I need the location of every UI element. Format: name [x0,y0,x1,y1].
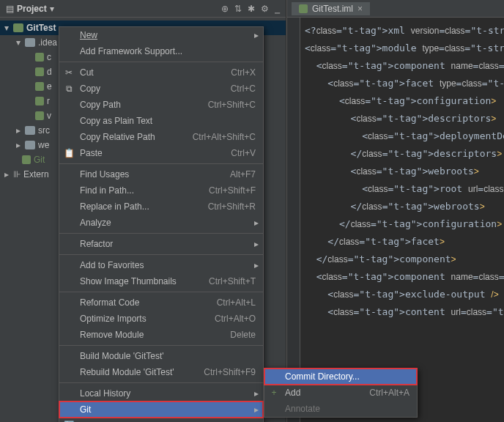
menu-add-framework[interactable]: Add Framework Support... [59,43,263,59]
menu-find-usages[interactable]: Find UsagesAlt+F7 [59,166,263,182]
paste-icon: 📋 [64,148,74,158]
chevron-right-icon: ▸ [254,30,259,40]
copy-icon: ⧉ [64,84,74,94]
menu-separator [59,163,263,164]
submenu-add[interactable]: +AddCtrl+Alt+A [264,385,417,401]
menu-separator [59,254,263,255]
menu-synchronize[interactable]: 🔄Synchronize 'GitTest' [59,418,263,422]
menu-copy-path[interactable]: Copy PathCtrl+Shift+C [59,97,263,113]
xml-icon [35,97,44,106]
menu-copy-relative[interactable]: Copy Relative PathCtrl+Alt+Shift+C [59,129,263,145]
minimize-icon[interactable]: ⎯ [275,4,280,14]
menu-add-favorites[interactable]: Add to Favorites▸ [59,257,263,273]
project-title: Project [17,4,47,14]
header-icons: ⊕ ⇅ ✱ ⚙ ⎯ [221,4,280,14]
editor-panel: GitTest.iml × <?class="t-tag">xml versio… [286,0,504,422]
code-area[interactable]: <?class="t-tag">xml version=class="t-str… [287,18,504,325]
chevron-right-icon: ▸ [254,218,259,228]
xml-icon [299,4,308,13]
menu-reformat[interactable]: Reformat CodeCtrl+Alt+L [59,295,263,311]
menu-find-in-path[interactable]: Find in Path...Ctrl+Shift+F [59,182,263,199]
menu-show-thumbnails[interactable]: Show Image ThumbnailsCtrl+Shift+T [59,273,263,289]
submenu-annotate: Annotate [264,401,417,417]
menu-copy[interactable]: ⧉CopyCtrl+C [59,81,263,97]
menu-rebuild-module[interactable]: Rebuild Module 'GitTest'Ctrl+Shift+F9 [59,364,263,380]
menu-git[interactable]: Git▸ [59,401,263,418]
folder-icon [25,141,35,149]
menu-separator [59,382,263,383]
menu-paste[interactable]: 📋PasteCtrl+V [59,145,263,161]
menu-analyze[interactable]: Analyze▸ [59,215,263,231]
editor-tabbar: GitTest.iml × [287,0,504,18]
menu-separator [59,233,263,234]
xml-icon [22,155,31,164]
close-tab-icon[interactable]: × [357,4,363,14]
menu-separator [59,345,263,346]
menu-replace-in-path[interactable]: Replace in Path...Ctrl+Shift+R [59,199,263,215]
xml-icon [35,67,44,76]
xml-icon [35,82,44,91]
sort-icon[interactable]: ⇅ [234,4,242,14]
chevron-right-icon: ▸ [254,404,259,415]
xml-icon [35,111,44,120]
folder-icon [25,126,35,135]
library-icon: ⊪ [13,169,21,179]
menu-copy-plain[interactable]: Copy as Plain Text [59,113,263,129]
gear-icon[interactable]: ⚙ [261,4,269,14]
star-icon[interactable]: ✱ [248,4,255,14]
menu-build-module[interactable]: Build Module 'GitTest' [59,348,263,364]
menu-cut[interactable]: ✂CutCtrl+X [59,64,263,81]
editor-gutter[interactable] [287,18,300,422]
menu-local-history[interactable]: Local History▸ [59,385,263,401]
target-icon[interactable]: ⊕ [221,4,229,14]
editor-tab[interactable]: GitTest.iml × [292,2,370,15]
menu-remove-module[interactable]: Remove ModuleDelete [59,327,263,343]
submenu-commit-directory[interactable]: Commit Directory... [264,369,417,385]
cut-icon: ✂ [64,67,74,78]
project-header: ▤ Project ▾ ⊕ ⇅ ✱ ⚙ ⎯ [0,0,286,18]
menu-new[interactable]: New▸ [59,27,263,43]
menu-separator [59,62,263,62]
add-icon: + [269,388,279,398]
menu-optimize-imports[interactable]: Optimize ImportsCtrl+Alt+O [59,311,263,327]
menu-refactor[interactable]: Refactor▸ [59,236,263,252]
dropdown-icon[interactable]: ▾ [50,4,54,14]
folder-icon [25,38,35,47]
menu-separator [59,292,263,292]
git-submenu: Commit Directory... +AddCtrl+Alt+A Annot… [264,368,418,418]
chevron-right-icon: ▸ [254,388,259,399]
xml-icon [35,53,44,62]
chevron-right-icon: ▸ [254,260,259,270]
module-icon [13,23,23,32]
context-menu: New▸ Add Framework Support... ✂CutCtrl+X… [59,26,264,422]
chevron-right-icon: ▸ [254,239,259,249]
project-tool-icon: ▤ [6,4,14,14]
